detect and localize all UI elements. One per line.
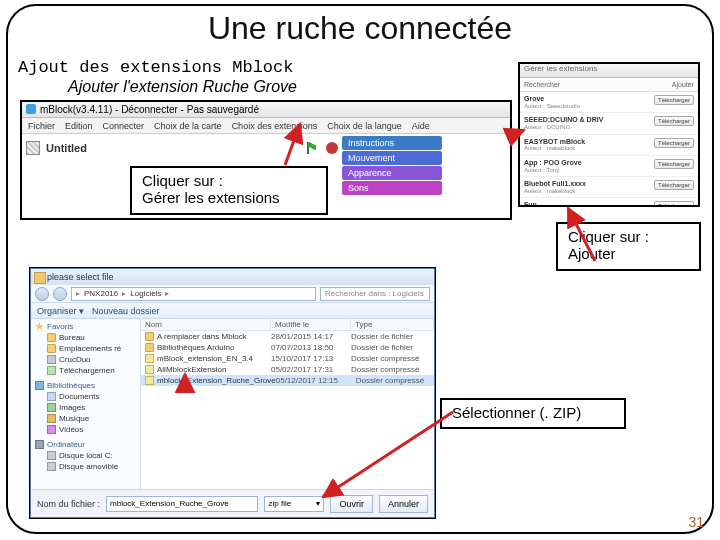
sidebar-item-downloads[interactable]: Téléchargemen (33, 365, 138, 376)
open-button[interactable]: Ouvrir (330, 495, 373, 513)
chevron-right-icon: ▸ (76, 289, 80, 298)
disk-icon (47, 451, 56, 460)
col-type[interactable]: Type (351, 319, 434, 330)
file-type: Dossier compressé (351, 354, 434, 363)
sidebar-item-disk-c[interactable]: Disque local C: (33, 450, 138, 461)
sidebar-item-label: CrucDuo (59, 355, 91, 364)
ext-search[interactable]: Rechercher (524, 81, 560, 88)
disk-icon (47, 355, 56, 364)
file-name: mblock_Extension_Ruche_Grove (157, 376, 276, 385)
col-modified[interactable]: Modifié le (271, 319, 351, 330)
file-type: Dossier de fichier (351, 332, 434, 341)
category-mouvement[interactable]: Mouvement (342, 151, 442, 165)
ext-name: Bluebot Full1.xxxx (524, 180, 586, 188)
document-icon (47, 392, 56, 401)
ext-row[interactable]: SEEED:DCUINO & DRIVAuteur : DCUINOTéléch… (520, 113, 698, 134)
breadcrumb[interactable]: ▸ PNX2016 ▸ Logiciels ▸ (71, 287, 316, 301)
organize-button[interactable]: Organiser ▾ (37, 306, 84, 316)
ext-name: SEEED:DCUINO & DRIV (524, 116, 603, 124)
menu-fichier[interactable]: Fichier (28, 121, 55, 131)
sidebar-item-label: Musique (59, 414, 89, 423)
zip-icon (145, 354, 154, 363)
callout-line: Cliquer sur : (142, 172, 316, 189)
sidebar-item-removable[interactable]: Disque amovible (33, 461, 138, 472)
stop-icon[interactable] (326, 142, 338, 154)
file-type: Dossier de fichier (351, 343, 434, 352)
stage-title: Untitled (46, 142, 87, 154)
ext-author: Auteur : makeblock (524, 188, 586, 195)
file-row[interactable]: mBlock_extension_EN_3.415/10/2017 17:13D… (141, 353, 434, 364)
category-sons[interactable]: Sons (342, 181, 442, 195)
sidebar-item-label: Téléchargemen (59, 366, 115, 375)
ext-row[interactable]: EASYBOT mBlockAuteur : makeblockTéléchar… (520, 135, 698, 156)
search-input[interactable]: Rechercher dans : Logiciels (320, 287, 430, 301)
sidebar-label: Favoris (47, 322, 73, 331)
menu-edition[interactable]: Edition (65, 121, 93, 131)
category-apparence[interactable]: Apparence (342, 166, 442, 180)
ext-row[interactable]: FunAuteur : makeblockTélécharger (520, 198, 698, 205)
chevron-down-icon: ▾ (316, 499, 320, 508)
ext-name: Fun (524, 201, 575, 205)
file-date: 28/01/2015 14:17 (271, 332, 351, 341)
computer-icon (35, 440, 44, 449)
ext-list: GroveAuteur : SeeedstudioTélécharger SEE… (520, 92, 698, 205)
file-columns: Nom Modifié le Type (141, 319, 434, 331)
download-button[interactable]: Télécharger (654, 201, 694, 205)
green-flag-icon[interactable] (306, 141, 320, 155)
sidebar-item-emplacements[interactable]: Emplacements ré (33, 343, 138, 354)
folder-icon (47, 333, 56, 342)
breadcrumb-item[interactable]: PNX2016 (84, 289, 118, 298)
ext-row[interactable]: Bluebot Full1.xxxxAuteur : makeblockTélé… (520, 177, 698, 198)
sidebar-item-documents[interactable]: Documents (33, 391, 138, 402)
file-name: AllMblockExtension (157, 365, 226, 374)
cancel-button[interactable]: Annuler (379, 495, 428, 513)
sidebar-item-images[interactable]: Images (33, 402, 138, 413)
sidebar-item-bureau[interactable]: Bureau (33, 332, 138, 343)
sidebar-item-label: Bureau (59, 333, 85, 342)
sidebar-item-label: Documents (59, 392, 99, 401)
mblock-titlebar: mBlock(v3.4.11) - Déconnecter - Pas sauv… (22, 102, 510, 118)
sidebar-item-videos[interactable]: Vidéos (33, 424, 138, 435)
filename-input[interactable]: mblock_Extension_Ruche_Grove (106, 496, 258, 512)
menu-choix-langue[interactable]: Choix de la langue (327, 121, 402, 131)
download-button[interactable]: Télécharger (654, 180, 694, 190)
sidebar-item-label: Disque amovible (59, 462, 118, 471)
menu-choix-carte[interactable]: Choix de la carte (154, 121, 222, 131)
file-sidebar: Favoris Bureau Emplacements ré CrucDuo T… (31, 319, 141, 489)
col-name[interactable]: Nom (141, 319, 271, 330)
file-row[interactable]: A remplacer dans Mblock28/01/2015 14:17D… (141, 331, 434, 342)
category-instructions[interactable]: Instructions (342, 136, 442, 150)
new-folder-button[interactable]: Nouveau dossier (92, 306, 160, 316)
fullscreen-icon[interactable] (26, 141, 40, 155)
mblock-menubar: Fichier Edition Connecter Choix de la ca… (22, 118, 510, 134)
menu-connecter[interactable]: Connecter (103, 121, 145, 131)
file-row-selected[interactable]: mblock_Extension_Ruche_Grove05/12/2017 1… (141, 375, 434, 386)
nav-back-icon[interactable] (35, 287, 49, 301)
ext-row[interactable]: App : POO GroveAuteur : TonyTélécharger (520, 156, 698, 177)
page-number: 31 (688, 514, 704, 530)
menu-aide[interactable]: Aide (412, 121, 430, 131)
file-name: Bibliothèques Arduino (157, 343, 234, 352)
file-row[interactable]: AllMblockExtension05/02/2017 17:31Dossie… (141, 364, 434, 375)
file-row[interactable]: Bibliothèques Arduino07/07/2013 18:50Dos… (141, 342, 434, 353)
ext-toolbar: Rechercher Ajouter (520, 78, 698, 92)
subtitle-1: Ajout des extensions Mblock (18, 58, 293, 77)
ext-add-button[interactable]: Ajouter (672, 81, 694, 88)
sidebar-libraries-header: Bibliothèques (33, 380, 138, 391)
download-button[interactable]: Télécharger (654, 138, 694, 148)
download-button[interactable]: Télécharger (654, 159, 694, 169)
download-button[interactable]: Télécharger (654, 116, 694, 126)
ext-author: Auteur : DCUINO (524, 124, 603, 131)
download-button[interactable]: Télécharger (654, 95, 694, 105)
breadcrumb-item[interactable]: Logiciels (130, 289, 161, 298)
folder-icon (145, 343, 154, 352)
sidebar-item-crucduo[interactable]: CrucDuo (33, 354, 138, 365)
filter-select[interactable]: zip file▾ (264, 496, 324, 512)
ext-row[interactable]: GroveAuteur : SeeedstudioTélécharger (520, 92, 698, 113)
zip-icon (145, 365, 154, 374)
sidebar-item-musique[interactable]: Musique (33, 413, 138, 424)
sidebar-computer-header: Ordinateur (33, 439, 138, 450)
nav-forward-icon[interactable] (53, 287, 67, 301)
sidebar-label: Bibliothèques (47, 381, 95, 390)
menu-choix-extensions[interactable]: Choix des extensions (232, 121, 318, 131)
